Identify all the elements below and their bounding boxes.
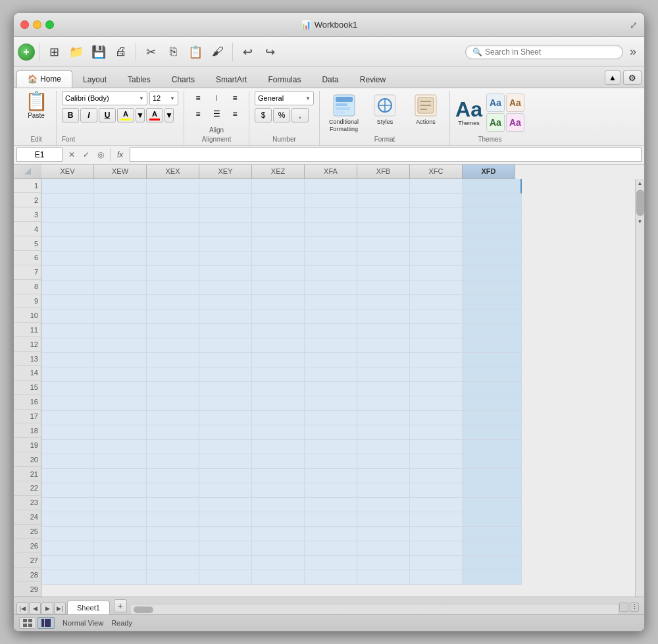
cell[interactable] [357, 570, 410, 585]
cell[interactable] [305, 469, 357, 483]
cell[interactable] [199, 281, 252, 295]
dropdown-button-2[interactable]: ▼ [164, 108, 174, 122]
tab-home[interactable]: 🏠 Home [16, 70, 72, 88]
cell[interactable] [463, 194, 522, 208]
sheet-next-button[interactable]: ▶ [41, 603, 53, 614]
cell[interactable] [463, 179, 522, 194]
cell[interactable] [41, 324, 94, 338]
cell[interactable] [94, 295, 147, 309]
cell[interactable] [147, 556, 199, 570]
row-num-5[interactable]: 5 [14, 236, 41, 251]
cell[interactable] [252, 382, 305, 396]
cell[interactable] [199, 208, 252, 223]
cell[interactable] [305, 498, 357, 512]
percent-button[interactable]: % [273, 108, 290, 122]
cell[interactable] [463, 353, 522, 367]
cell[interactable] [199, 367, 252, 382]
cell[interactable] [94, 309, 147, 324]
cell[interactable] [41, 252, 94, 266]
cell[interactable] [410, 483, 463, 498]
cell[interactable] [410, 324, 463, 338]
accept-formula-button[interactable]: ✓ [80, 148, 93, 161]
cell[interactable] [463, 440, 522, 454]
cell[interactable] [305, 541, 357, 556]
font-color-button[interactable]: A [146, 108, 163, 122]
cell[interactable] [305, 266, 357, 281]
cell[interactable] [147, 396, 199, 411]
conditional-formatting-button[interactable]: Conditional Formatting [325, 91, 363, 134]
cell[interactable] [41, 483, 94, 498]
row-num-13[interactable]: 13 [14, 352, 41, 366]
normal-view-button[interactable] [38, 617, 55, 629]
cell[interactable] [252, 541, 305, 556]
cell[interactable] [41, 367, 94, 382]
cell[interactable] [94, 324, 147, 338]
search-box[interactable]: 🔍 [465, 45, 623, 59]
cell[interactable] [357, 353, 410, 367]
cell[interactable] [147, 367, 199, 382]
align-mid-right[interactable]: ≡ [226, 107, 243, 121]
cell[interactable] [357, 425, 410, 440]
cell[interactable] [199, 266, 252, 281]
cell[interactable] [41, 353, 94, 367]
styles-button[interactable]: Styles [367, 91, 403, 126]
cell[interactable] [410, 338, 463, 353]
cell[interactable] [199, 454, 252, 469]
cell[interactable] [94, 483, 147, 498]
cell-reference[interactable]: E1 [16, 148, 63, 162]
col-header-XFD[interactable]: XFD [463, 165, 515, 179]
cell[interactable] [305, 237, 357, 252]
cell[interactable] [147, 324, 199, 338]
cell[interactable] [410, 556, 463, 570]
cell[interactable] [357, 454, 410, 469]
cell[interactable] [147, 411, 199, 425]
cell[interactable] [147, 498, 199, 512]
cell[interactable] [94, 411, 147, 425]
add-sheet-button[interactable]: + [114, 599, 127, 612]
align-mid-left[interactable]: ≡ [190, 107, 207, 121]
cell[interactable] [357, 382, 410, 396]
cell[interactable] [410, 281, 463, 295]
toolbar-overflow-button[interactable]: » [626, 45, 640, 59]
search-input[interactable] [485, 47, 616, 57]
cell[interactable] [463, 498, 522, 512]
cell[interactable] [305, 556, 357, 570]
cell[interactable] [199, 440, 252, 454]
row-num-24[interactable]: 24 [14, 510, 41, 525]
cell[interactable] [41, 469, 94, 483]
cell[interactable] [463, 281, 522, 295]
cell[interactable] [357, 396, 410, 411]
scroll-thumb-vertical[interactable] [636, 190, 644, 216]
cell[interactable] [199, 498, 252, 512]
cell[interactable] [410, 309, 463, 324]
tab-tables[interactable]: Tables [117, 72, 161, 88]
cell[interactable] [357, 483, 410, 498]
cell[interactable] [41, 570, 94, 585]
cell[interactable] [252, 570, 305, 585]
ribbon-settings-button[interactable]: ⚙ [623, 70, 642, 85]
row-num-3[interactable]: 3 [14, 207, 41, 222]
minimize-button[interactable] [33, 20, 41, 29]
cell[interactable] [463, 266, 522, 281]
cell[interactable] [252, 194, 305, 208]
font-size-select[interactable]: 12 ▼ [149, 91, 178, 105]
cell[interactable] [410, 295, 463, 309]
row-num-27[interactable]: 27 [14, 553, 41, 568]
cell[interactable] [463, 512, 522, 527]
cell[interactable] [252, 556, 305, 570]
cell[interactable] [199, 425, 252, 440]
cell[interactable] [41, 454, 94, 469]
cell[interactable] [305, 309, 357, 324]
cell[interactable] [147, 223, 199, 237]
cell[interactable] [305, 338, 357, 353]
paste-button[interactable]: 📋 [185, 41, 206, 63]
cell[interactable] [199, 396, 252, 411]
cell[interactable] [94, 338, 147, 353]
cell[interactable] [357, 469, 410, 483]
cell[interactable] [357, 338, 410, 353]
cell[interactable] [410, 252, 463, 266]
number-format-select[interactable]: General ▼ [255, 91, 314, 105]
underline-button[interactable]: U [99, 108, 116, 122]
cell[interactable] [199, 483, 252, 498]
row-num-22[interactable]: 22 [14, 481, 41, 496]
